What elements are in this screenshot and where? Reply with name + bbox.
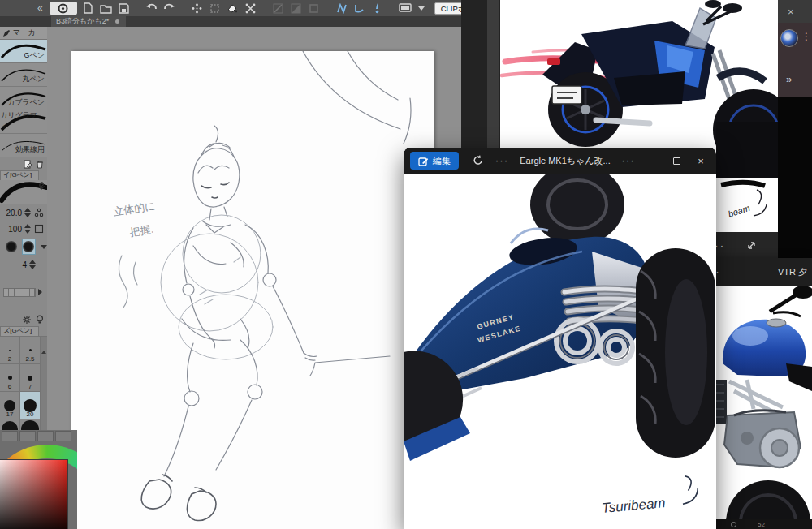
palette-button[interactable] — [37, 431, 54, 441]
vtr-bottom-bar: 52 — [705, 519, 812, 529]
kebab-menu-icon[interactable]: ⋮ — [801, 31, 811, 42]
new-file-icon[interactable] — [82, 2, 95, 15]
segment-row — [0, 286, 47, 299]
trash-icon[interactable] — [36, 160, 44, 169]
size-option[interactable] — [0, 419, 20, 431]
stabilize-value[interactable]: 4 — [22, 260, 27, 269]
subtool-label: カブラペン — [7, 97, 45, 108]
more-options-icon[interactable]: ··· — [495, 155, 509, 166]
color-palette-toolbar — [0, 430, 77, 443]
palette-button[interactable] — [2, 431, 18, 441]
maximize-button[interactable] — [664, 148, 689, 174]
subtool-item-kabura[interactable]: カブラペン — [0, 87, 47, 110]
close-button[interactable]: × — [689, 148, 713, 174]
csp-logo-button[interactable] — [50, 2, 77, 15]
unsaved-dot-icon — [115, 19, 119, 24]
expand-chevrons-icon[interactable]: » — [786, 73, 792, 85]
subtool-actions-row — [0, 157, 47, 170]
edit-button-label: 編集 — [433, 155, 451, 167]
canvas-annotation-2: 把握. — [129, 222, 155, 238]
redo-icon[interactable] — [163, 2, 176, 15]
antialias-caret-icon[interactable] — [41, 245, 47, 249]
undo-icon[interactable] — [145, 2, 158, 15]
snap-grid-icon[interactable] — [191, 2, 204, 15]
snap-special-icon[interactable] — [209, 2, 222, 15]
antialias-row — [0, 237, 47, 256]
palette-footer-row — [0, 313, 47, 326]
edge-panel-dark-area — [778, 97, 812, 258]
antialias-option-selected[interactable] — [22, 239, 36, 255]
open-folder-icon[interactable] — [100, 2, 113, 15]
curve-ruler-icon[interactable] — [353, 2, 366, 15]
vtr-titlebar[interactable]: ·· VTR 夕 — [705, 258, 812, 286]
line-correct-icon-disabled — [272, 2, 285, 15]
size-grid-scrollbar[interactable] — [41, 337, 47, 431]
subtool-group-label: マーカー — [13, 28, 42, 38]
avatar[interactable] — [780, 29, 798, 47]
size-option-selected[interactable]: 20 — [20, 392, 41, 419]
vtr-count-label: 52 — [758, 521, 765, 528]
canvas-tab-label: B3暗分もかも2* — [56, 16, 109, 27]
subtool-label: 丸ペン — [23, 74, 45, 84]
minimize-button[interactable] — [640, 148, 664, 174]
stabilize-stepper[interactable] — [29, 260, 36, 269]
fill-icon[interactable] — [227, 2, 240, 15]
size-option[interactable] — [20, 419, 41, 431]
palette-button[interactable] — [19, 431, 36, 441]
info-circle-icon[interactable] — [731, 522, 736, 527]
brush-size-palette-tab[interactable]: ズ[Gペン] — [0, 326, 39, 336]
palette-button[interactable] — [55, 431, 71, 441]
brush-size-stepper[interactable] — [24, 208, 31, 217]
fullscreen-icon[interactable] — [746, 240, 757, 251]
eagle-artwork: GURNEY WESLAKE Tsuribeam — [404, 174, 716, 529]
close-icon[interactable]: × — [788, 6, 794, 18]
canvas-tab[interactable]: B3暗分もかも2* — [51, 16, 126, 27]
brush-size-icon — [33, 207, 45, 218]
eagle-signature: Tsuribeam — [601, 495, 666, 516]
brush-stroke-tab[interactable]: イ[Gペン] — [0, 170, 39, 180]
opacity-value[interactable]: 100 — [8, 225, 22, 234]
photos-window-vtr[interactable]: ·· VTR 夕 — [705, 258, 812, 529]
size-option[interactable]: 6 — [0, 364, 20, 392]
subtool-label: カリグラフィ — [0, 110, 45, 131]
brush-size-row: 20.0 — [0, 204, 47, 221]
size-option[interactable]: 7 — [20, 364, 41, 392]
character-sketch: 立体的に 把握. — [71, 51, 434, 529]
wrench-icon[interactable] — [37, 182, 45, 191]
subtool-label: 効果線用 — [15, 144, 45, 155]
effect-gear-icon[interactable] — [22, 315, 32, 325]
pen-pressure-icon[interactable] — [371, 2, 384, 15]
vtr-artwork — [705, 286, 812, 519]
segment-caret-icon[interactable] — [38, 289, 42, 295]
stabilize-row: 4 — [0, 256, 47, 273]
eagle-titlebar[interactable]: 編集 ··· Eargle MK1ちゃん改... ··· × — [404, 148, 716, 174]
subtool-item-gpen[interactable]: Gペン — [0, 40, 47, 63]
segment-strength-control[interactable] — [3, 288, 36, 297]
subtool-item-marupen[interactable]: 丸ペン — [0, 63, 47, 87]
size-option[interactable]: 17 — [0, 392, 20, 419]
edit-button[interactable]: 編集 — [410, 152, 459, 170]
save-icon[interactable] — [118, 2, 131, 15]
size-option[interactable]: 2.5 — [20, 337, 41, 364]
canvas-annotation-1: 立体的に — [112, 200, 156, 218]
more-options-icon[interactable]: ··· — [622, 155, 636, 166]
subtool-group-header[interactable]: マーカー — [0, 27, 47, 40]
brush-size-value[interactable]: 20.0 — [6, 209, 22, 217]
screen-settings-caret-icon[interactable] — [418, 6, 425, 11]
canvas-page[interactable]: 立体的に 把握. — [71, 51, 434, 529]
transform-icon[interactable] — [244, 2, 257, 15]
saturation-value-square[interactable] — [0, 459, 68, 529]
rotate-icon[interactable] — [472, 155, 484, 167]
size-option[interactable]: 2 — [0, 337, 20, 364]
subtool-item-effectline[interactable]: 効果線用 — [0, 134, 47, 157]
subtool-item-calligraphy[interactable]: カリグラフィ — [0, 110, 47, 134]
add-subtool-icon[interactable] — [24, 160, 32, 169]
perspective-ruler-icon[interactable] — [335, 2, 348, 15]
collapse-palette-icon[interactable]: « — [37, 2, 43, 14]
lightbulb-icon[interactable] — [36, 315, 44, 325]
opacity-icon — [33, 223, 45, 234]
opacity-stepper[interactable] — [24, 224, 31, 234]
photos-window-eagle[interactable]: 編集 ··· Eargle MK1ちゃん改... ··· × — [404, 148, 716, 529]
antialias-option-soft[interactable] — [5, 239, 19, 255]
screen-settings-icon[interactable] — [399, 2, 412, 15]
